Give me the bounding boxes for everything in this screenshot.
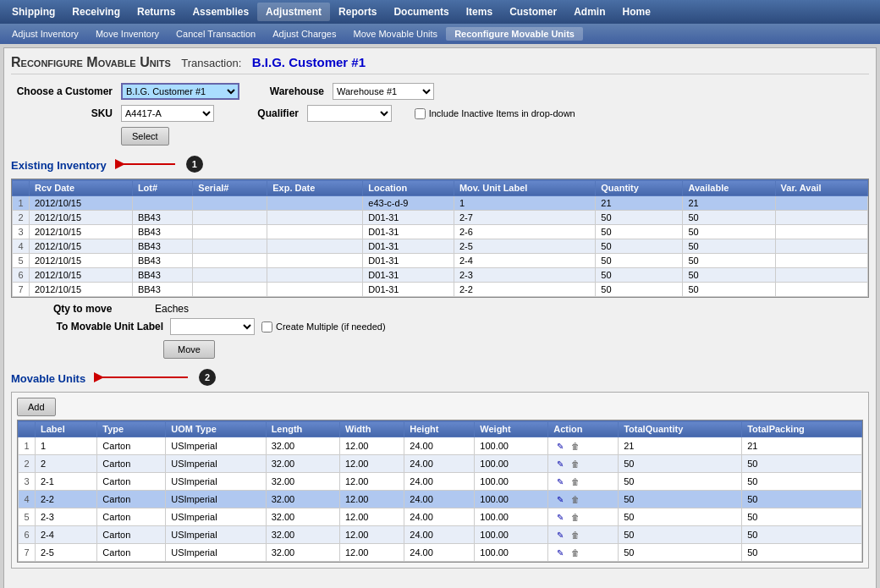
nav-adjustment[interactable]: Adjustment — [257, 3, 330, 21]
nav-receiving[interactable]: Receiving — [63, 3, 129, 21]
create-multiple-label[interactable]: Create Multiple (if needed) — [261, 321, 386, 332]
customer-select[interactable]: B.I.G. Customer #1 — [121, 83, 239, 100]
mu-col-length: Length — [266, 421, 339, 437]
var-avail — [775, 225, 867, 239]
mu-totalqty: 50 — [619, 473, 742, 491]
subnav-reconfigure-movable-units[interactable]: Reconfigure Movable Units — [446, 27, 583, 41]
nav-returns[interactable]: Returns — [129, 3, 184, 21]
page-title-text: Reconfigure Movable Units — [11, 55, 171, 69]
mu-col-label: Label — [36, 421, 97, 437]
mu-uomtype: USImperial — [166, 437, 266, 455]
existing-inventory-table-wrapper[interactable]: Rcv Date Lot# Serial# Exp. Date Location… — [11, 179, 869, 298]
mu-totalpacking: 21 — [742, 437, 862, 455]
movable-unit-row[interactable]: 2 2 Carton USImperial 32.00 12.00 24.00 … — [19, 455, 862, 473]
mu-label: 2-4 — [36, 526, 97, 544]
mu-type: Carton — [97, 455, 166, 473]
exp-date — [267, 254, 363, 268]
mu-weight: 100.00 — [475, 544, 548, 562]
location: e43-c-d-9 — [363, 196, 454, 211]
create-multiple-checkbox[interactable] — [261, 321, 272, 332]
inventory-row[interactable]: 1 2012/10/15 e43-c-d-9 1 21 21 — [13, 196, 868, 211]
edit-icon[interactable]: ✎ — [553, 528, 567, 541]
nav-reports[interactable]: Reports — [330, 3, 385, 21]
inventory-row[interactable]: 6 2012/10/15 BB43 D01-31 2-3 50 50 — [13, 268, 868, 283]
form-row-sku-qualifier: SKU A4417-A Qualifier Include Inactive I… — [11, 105, 869, 122]
select-button[interactable]: Select — [121, 127, 169, 146]
edit-icon[interactable]: ✎ — [553, 457, 567, 470]
movable-unit-select[interactable] — [170, 318, 255, 335]
nav-assemblies[interactable]: Assemblies — [184, 3, 257, 21]
delete-icon[interactable]: 🗑 — [569, 492, 582, 506]
col-available: Available — [683, 180, 775, 196]
nav-shipping[interactable]: Shipping — [3, 3, 63, 21]
movable-unit-row[interactable]: 4 2-2 Carton USImperial 32.00 12.00 24.0… — [19, 491, 862, 508]
mu-type: Carton — [97, 508, 166, 526]
delete-icon[interactable]: 🗑 — [569, 457, 582, 470]
var-avail — [775, 254, 867, 268]
edit-icon[interactable]: ✎ — [553, 492, 567, 506]
col-num — [13, 180, 30, 196]
mov-unit: 1 — [454, 196, 595, 211]
move-button[interactable]: Move — [163, 340, 215, 359]
include-inactive-checkbox[interactable] — [415, 108, 426, 119]
inventory-row[interactable]: 7 2012/10/15 BB43 D01-31 2-2 50 50 — [13, 283, 868, 297]
eaches-label: Eaches — [155, 303, 189, 315]
movable-unit-row[interactable]: 6 2-4 Carton USImperial 32.00 12.00 24.0… — [19, 526, 862, 544]
mu-col-width: Width — [339, 421, 404, 437]
edit-icon[interactable]: ✎ — [553, 475, 567, 488]
mu-type: Carton — [97, 526, 166, 544]
subnav-adjust-inventory[interactable]: Adjust Inventory — [3, 27, 87, 41]
nav-items[interactable]: Items — [458, 3, 501, 21]
mu-length: 32.00 — [266, 508, 339, 526]
nav-admin[interactable]: Admin — [565, 3, 613, 21]
include-inactive-label[interactable]: Include Inactive Items in drop-down — [415, 108, 575, 119]
lot: BB43 — [132, 239, 192, 254]
row-num: 6 — [13, 268, 30, 283]
movable-unit-row[interactable]: 1 1 Carton USImperial 32.00 12.00 24.00 … — [19, 437, 862, 455]
delete-icon[interactable]: 🗑 — [569, 475, 582, 488]
mu-totalqty: 21 — [619, 437, 742, 455]
subnav-move-movable-units[interactable]: Move Movable Units — [344, 27, 446, 41]
warehouse-select[interactable]: Warehouse #1 — [333, 83, 434, 100]
edit-icon[interactable]: ✎ — [553, 510, 567, 524]
delete-icon[interactable]: 🗑 — [569, 528, 582, 541]
qualifier-label: Qualifier — [239, 107, 299, 119]
location: D01-31 — [363, 283, 454, 297]
inventory-row[interactable]: 2 2012/10/15 BB43 D01-31 2-7 50 50 — [13, 211, 868, 225]
subnav-adjust-charges[interactable]: Adjust Charges — [264, 27, 344, 41]
subnav-cancel-transaction[interactable]: Cancel Transaction — [168, 27, 264, 41]
delete-icon[interactable]: 🗑 — [569, 546, 582, 559]
exp-date — [267, 211, 363, 225]
delete-icon[interactable]: 🗑 — [569, 510, 582, 524]
mu-width: 12.00 — [339, 455, 404, 473]
movable-unit-row[interactable]: 7 2-5 Carton USImperial 32.00 12.00 24.0… — [19, 544, 862, 562]
movable-unit-row[interactable]: 3 2-1 Carton USImperial 32.00 12.00 24.0… — [19, 473, 862, 491]
qualifier-select[interactable] — [307, 105, 392, 122]
exp-date — [267, 239, 363, 254]
edit-icon[interactable]: ✎ — [553, 546, 567, 559]
inventory-row[interactable]: 5 2012/10/15 BB43 D01-31 2-4 50 50 — [13, 254, 868, 268]
mu-uomtype: USImperial — [166, 491, 266, 508]
annotation-arrow-1 — [112, 156, 179, 173]
mov-unit: 2-4 — [454, 254, 595, 268]
mu-length: 32.00 — [266, 544, 339, 562]
mov-unit: 2-2 — [454, 283, 595, 297]
add-button[interactable]: Add — [17, 398, 56, 416]
delete-icon[interactable]: 🗑 — [569, 439, 582, 453]
inventory-row[interactable]: 4 2012/10/15 BB43 D01-31 2-5 50 50 — [13, 239, 868, 254]
nav-documents[interactable]: Documents — [385, 3, 457, 21]
mu-totalqty: 50 — [619, 544, 742, 562]
nav-home[interactable]: Home — [613, 3, 658, 21]
edit-icon[interactable]: ✎ — [553, 439, 567, 453]
col-rcvdate: Rcv Date — [30, 180, 133, 196]
quantity: 50 — [596, 283, 683, 297]
sku-select[interactable]: A4417-A — [121, 105, 214, 122]
movable-units-table: Label Type UOM Type Length Width Height … — [18, 420, 862, 562]
mu-action: ✎ 🗑 — [548, 508, 619, 526]
inventory-row[interactable]: 3 2012/10/15 BB43 D01-31 2-6 50 50 — [13, 225, 868, 239]
warehouse-label: Warehouse — [265, 85, 324, 97]
subnav-move-inventory[interactable]: Move Inventory — [87, 27, 168, 41]
mu-width: 12.00 — [339, 491, 404, 508]
movable-unit-row[interactable]: 5 2-3 Carton USImperial 32.00 12.00 24.0… — [19, 508, 862, 526]
nav-customer[interactable]: Customer — [501, 3, 565, 21]
